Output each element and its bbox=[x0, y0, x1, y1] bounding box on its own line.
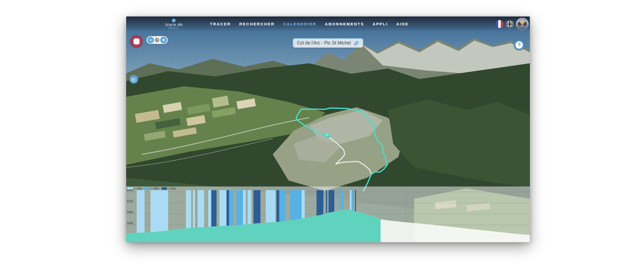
elevation-profile-toggle-button[interactable] bbox=[129, 75, 138, 84]
ytick-2400: 2400 bbox=[127, 189, 133, 192]
route-title: Col de l'Arc - Pic St Michel bbox=[297, 40, 351, 46]
nav-item-aide[interactable]: AIDE bbox=[396, 22, 409, 26]
logo-script-text: trace de bbox=[165, 23, 182, 27]
grade20-swatch bbox=[145, 187, 150, 190]
uk-flag-icon[interactable] bbox=[506, 20, 514, 28]
gradient-legend: > 10% > 20% > 30% bbox=[127, 187, 176, 190]
logo-trail-text: TRAIL bbox=[168, 27, 179, 30]
navbar: trace de TRAIL TRACER RECHERCHER CALENDR… bbox=[126, 16, 530, 31]
nav-item-rechercher[interactable]: RECHERCHER bbox=[239, 22, 275, 26]
help-button[interactable]: ? bbox=[514, 40, 524, 50]
nav-item-calendrier[interactable]: CALENDRIER bbox=[283, 22, 317, 26]
zoom-out-button[interactable]: − bbox=[147, 37, 154, 43]
legend-item-grade30: > 30% bbox=[162, 187, 176, 190]
elevation-profile-chart[interactable]: > 10% > 20% > 30% 2400210018001500 bbox=[126, 186, 530, 242]
nav-item-tracer[interactable]: TRACER bbox=[210, 22, 231, 26]
nav-item-appli[interactable]: APPLI bbox=[373, 22, 388, 26]
question-mark-icon: ? bbox=[515, 41, 523, 49]
grade30-swatch bbox=[162, 187, 167, 190]
zoom-control: − + bbox=[146, 36, 168, 44]
current-position-marker bbox=[325, 133, 330, 138]
logo-pin-icon bbox=[172, 19, 176, 22]
user-avatar[interactable] bbox=[516, 18, 529, 30]
zoom-in-button[interactable]: + bbox=[160, 37, 167, 43]
legend-item-grade20: > 20% bbox=[145, 187, 159, 190]
logo[interactable]: trace de TRAIL bbox=[165, 19, 182, 30]
line-chart-icon bbox=[131, 77, 136, 82]
stop-icon bbox=[134, 38, 140, 44]
speed-gauge-icon[interactable] bbox=[155, 38, 159, 42]
nav-right bbox=[496, 18, 529, 30]
ytick-2100: 2100 bbox=[127, 200, 133, 203]
app-window: trace de TRAIL TRACER RECHERCHER CALENDR… bbox=[126, 16, 530, 242]
nav-item-abonnements[interactable]: ABONNEMENTS bbox=[325, 22, 364, 26]
stop-flyover-button[interactable] bbox=[130, 35, 143, 48]
french-flag-icon[interactable] bbox=[496, 20, 503, 28]
ytick-1800: 1800 bbox=[127, 211, 133, 214]
link-icon[interactable] bbox=[353, 40, 359, 46]
ytick-1500: 1500 bbox=[127, 222, 133, 225]
nav-menu: TRACER RECHERCHER CALENDRIER ABONNEMENTS… bbox=[210, 22, 409, 26]
elevation-chart-canvas[interactable] bbox=[126, 186, 530, 242]
route-title-pill[interactable]: Col de l'Arc - Pic St Michel bbox=[293, 38, 363, 48]
